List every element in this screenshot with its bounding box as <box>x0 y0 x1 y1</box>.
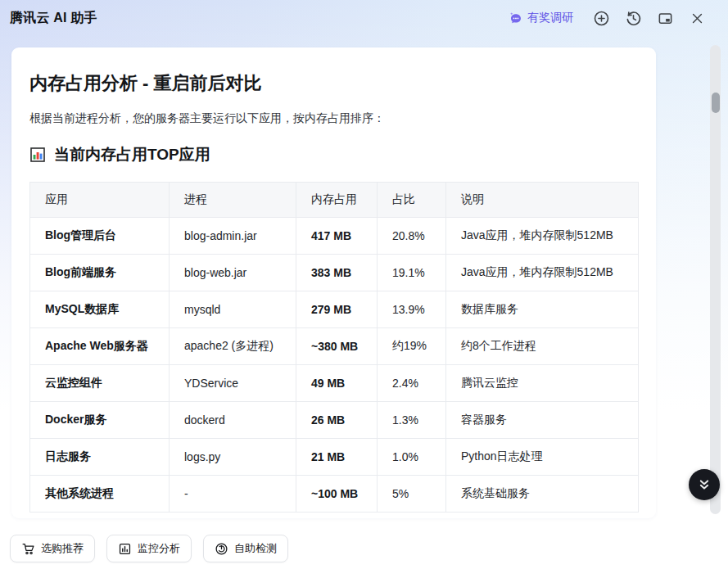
cell-app: 其他系统进程 <box>30 476 170 513</box>
cell-percent: 1.3% <box>378 402 446 439</box>
new-chat-button[interactable] <box>592 9 610 27</box>
app-title: 腾讯云 AI 助手 <box>10 10 97 27</box>
cell-app: 日志服务 <box>30 439 170 476</box>
titlebar: 腾讯云 AI 助手 有奖调研 <box>0 0 728 36</box>
cell-note: 腾讯云监控 <box>446 365 639 402</box>
cell-percent: 2.4% <box>378 365 446 402</box>
cell-memory: ~380 MB <box>296 328 378 365</box>
cell-note: Java应用，堆内存限制512MB <box>446 255 639 291</box>
cell-app: MySQL数据库 <box>30 291 170 328</box>
cell-note: Java应用，堆内存限制512MB <box>446 218 639 255</box>
cell-process: - <box>170 476 296 513</box>
cell-memory: 279 MB <box>296 291 378 328</box>
close-button[interactable] <box>688 9 706 27</box>
survey-link[interactable]: 有奖调研 <box>508 11 573 26</box>
table-row: Docker服务 dockerd 26 MB 1.3% 容器服务 <box>30 402 639 439</box>
table-row: 其他系统进程 - ~100 MB 5% 系统基础服务 <box>30 476 639 513</box>
cell-note: Python日志处理 <box>446 439 639 476</box>
plus-circle-icon <box>593 10 610 27</box>
cell-app: Docker服务 <box>30 402 170 439</box>
cell-percent: 约19% <box>378 328 446 365</box>
cell-memory: ~100 MB <box>296 476 378 513</box>
col-header-app: 应用 <box>30 183 170 218</box>
history-button[interactable] <box>624 9 642 27</box>
cell-memory: 383 MB <box>296 255 378 291</box>
intro-text: 根据当前进程分析，您的服务器主要运行以下应用，按内存占用排序： <box>29 110 638 126</box>
table-row: 云监控组件 YDService 49 MB 2.4% 腾讯云监控 <box>30 365 639 402</box>
cell-note: 容器服务 <box>446 402 639 439</box>
quick-action-bar: 选购推荐 监控分析 自助检测 <box>10 535 288 562</box>
cell-memory: 21 MB <box>296 439 378 476</box>
col-header-memory: 内存占用 <box>296 183 378 218</box>
cell-process: logs.py <box>170 439 296 476</box>
memory-usage-table: 应用 进程 内存占用 占比 说明 Blog管理后台 blog-admin.jar… <box>29 182 639 513</box>
double-chevron-down-icon <box>696 476 712 493</box>
bar-chart-emoji-icon <box>29 147 46 163</box>
pip-button[interactable] <box>656 9 674 27</box>
table-row: Blog前端服务 blog-web.jar 383 MB 19.1% Java应… <box>30 255 639 291</box>
close-icon <box>690 11 705 26</box>
gauge-icon <box>215 542 228 556</box>
section-header: 当前内存占用TOP应用 <box>29 144 638 165</box>
cell-process: blog-web.jar <box>170 255 296 291</box>
button-label: 选购推荐 <box>41 541 84 556</box>
scrollbar-track[interactable] <box>710 45 721 514</box>
cell-process: blog-admin.jar <box>170 218 296 255</box>
cell-note: 数据库服务 <box>446 291 639 328</box>
survey-label: 有奖调研 <box>527 11 573 25</box>
table-row: Apache Web服务器 apache2 (多进程) ~380 MB 约19%… <box>30 328 639 365</box>
cell-memory: 417 MB <box>296 218 378 255</box>
button-label: 自助检测 <box>234 541 277 556</box>
button-label: 监控分析 <box>138 541 180 556</box>
chat-message-card: 内存占用分析 - 重启前后对比 根据当前进程分析，您的服务器主要运行以下应用，按… <box>11 47 656 518</box>
history-icon <box>625 10 642 27</box>
cell-app: 云监控组件 <box>30 365 170 402</box>
col-header-process: 进程 <box>170 183 296 218</box>
monitoring-analysis-button[interactable]: 监控分析 <box>106 535 192 562</box>
cell-app: Blog管理后台 <box>30 218 170 255</box>
section-title: 当前内存占用TOP应用 <box>54 144 210 165</box>
purchase-recommendation-button[interactable]: 选购推荐 <box>10 535 95 562</box>
chat-bubble-icon <box>508 11 523 26</box>
table-row: 日志服务 logs.py 21 MB 1.0% Python日志处理 <box>30 439 639 476</box>
cell-process: dockerd <box>170 402 296 439</box>
table-header-row: 应用 进程 内存占用 占比 说明 <box>30 183 639 218</box>
cell-note: 约8个工作进程 <box>446 328 639 365</box>
cart-icon <box>21 542 35 556</box>
scrollbar-thumb[interactable] <box>712 93 720 113</box>
titlebar-actions: 有奖调研 <box>508 9 706 27</box>
cell-app: Blog前端服务 <box>30 255 170 291</box>
col-header-note: 说明 <box>446 183 639 218</box>
table-row: MySQL数据库 mysqld 279 MB 13.9% 数据库服务 <box>30 291 639 328</box>
table-row: Blog管理后台 blog-admin.jar 417 MB 20.8% Jav… <box>30 218 639 255</box>
page-title: 内存占用分析 - 重启前后对比 <box>29 72 638 95</box>
cell-percent: 1.0% <box>378 439 446 476</box>
cell-percent: 19.1% <box>378 255 446 291</box>
cell-app: Apache Web服务器 <box>30 328 170 365</box>
cell-percent: 13.9% <box>378 291 446 328</box>
cell-memory: 49 MB <box>296 365 378 402</box>
picture-in-picture-icon <box>657 10 674 27</box>
cell-percent: 5% <box>378 476 446 513</box>
scroll-to-bottom-button[interactable] <box>689 469 720 500</box>
cell-note: 系统基础服务 <box>446 476 639 513</box>
self-diagnosis-button[interactable]: 自助检测 <box>203 535 288 562</box>
cell-process: mysqld <box>170 291 296 328</box>
cell-percent: 20.8% <box>378 218 446 255</box>
cell-memory: 26 MB <box>296 402 378 439</box>
cell-process: YDService <box>170 365 296 402</box>
col-header-percent: 占比 <box>378 183 446 218</box>
cell-process: apache2 (多进程) <box>170 328 296 365</box>
bar-chart-icon <box>118 542 132 556</box>
